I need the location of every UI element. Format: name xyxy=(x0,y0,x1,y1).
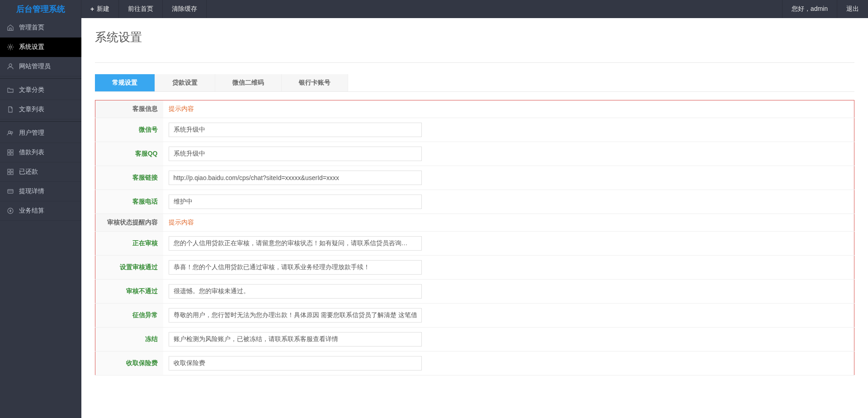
logout-button[interactable]: 退出 xyxy=(837,0,868,18)
form-row: 审核不通过 xyxy=(95,280,854,304)
qq-label: 客服QQ xyxy=(95,142,163,166)
divider xyxy=(95,62,854,63)
svg-rect-11 xyxy=(11,172,13,175)
sidebar-item-withdraw[interactable]: 提现详情 xyxy=(0,182,81,201)
wechat-label: 微信号 xyxy=(95,118,163,142)
insurance-input[interactable] xyxy=(169,356,422,370)
top-right: 您好，admin 退出 xyxy=(782,0,868,18)
money-icon xyxy=(6,207,14,215)
form-row: 冻结 xyxy=(95,328,854,352)
form-row: 客服链接 xyxy=(95,166,854,190)
card-icon xyxy=(6,187,14,195)
divider xyxy=(0,121,81,122)
form-row: 客服QQ xyxy=(95,142,854,166)
tab-loan[interactable]: 贷款设置 xyxy=(155,74,215,91)
user-icon xyxy=(6,62,14,71)
svg-point-0 xyxy=(9,46,12,48)
frozen-input[interactable] xyxy=(169,332,422,347)
phone-input[interactable] xyxy=(169,195,422,209)
svg-rect-10 xyxy=(8,172,10,175)
tab-bank[interactable]: 银行卡账号 xyxy=(282,74,348,91)
page-title: 系统设置 xyxy=(95,29,854,53)
svg-rect-9 xyxy=(11,169,13,171)
section-label: 审核状态提醒内容 xyxy=(95,214,163,232)
logo: 后台管理系统 xyxy=(0,0,81,18)
reviewing-input[interactable] xyxy=(169,236,422,251)
section-row: 客服信息 提示内容 xyxy=(95,100,854,118)
svg-point-2 xyxy=(9,131,11,133)
sidebar-item-dashboard[interactable]: 管理首页 xyxy=(0,18,81,38)
sidebar-item-label: 业务结算 xyxy=(19,207,44,215)
sidebar-item-user-management[interactable]: 用户管理 xyxy=(0,124,81,143)
form-row: 客服电话 xyxy=(95,190,854,214)
top-header: 后台管理系统 + 新建 前往首页 清除缓存 您好，admin 退出 xyxy=(0,0,868,18)
top-menu: + 新建 前往首页 清除缓存 xyxy=(81,0,782,18)
divider xyxy=(0,78,81,79)
sidebar-item-admins[interactable]: 网站管理员 xyxy=(0,57,81,76)
new-label: 新建 xyxy=(97,5,109,13)
svg-rect-5 xyxy=(11,150,13,152)
form-row: 收取保险费 xyxy=(95,352,854,375)
users-icon xyxy=(6,129,14,137)
svg-rect-8 xyxy=(8,169,10,171)
link-input[interactable] xyxy=(169,171,422,185)
svg-rect-12 xyxy=(8,190,13,193)
svg-point-1 xyxy=(9,64,12,66)
sidebar-item-loan-list[interactable]: 借款列表 xyxy=(0,143,81,162)
form-row: 征信异常 xyxy=(95,304,854,328)
grid-icon xyxy=(6,168,14,176)
folder-icon xyxy=(6,86,14,94)
document-icon xyxy=(6,105,14,114)
section-label: 客服信息 xyxy=(95,100,163,118)
sidebar-item-label: 用户管理 xyxy=(19,129,44,137)
rejected-input[interactable] xyxy=(169,284,422,299)
welcome-text: 您好，admin xyxy=(782,0,837,18)
rejected-label: 审核不通过 xyxy=(95,280,163,304)
form-row: 设置审核通过 xyxy=(95,256,854,280)
sidebar-item-settings[interactable]: 系统设置 xyxy=(0,38,81,57)
form-row: 微信号 xyxy=(95,118,854,142)
sidebar-item-repaid[interactable]: 已还款 xyxy=(0,162,81,182)
goto-home-label: 前往首页 xyxy=(128,5,153,13)
sidebar-item-label: 系统设置 xyxy=(19,43,44,51)
sidebar-item-label: 借款列表 xyxy=(19,148,44,157)
clear-cache-label: 清除缓存 xyxy=(172,5,197,13)
form-row: 正在审核 xyxy=(95,232,854,256)
sidebar-item-article-category[interactable]: 文章分类 xyxy=(0,81,81,100)
reviewing-label: 正在审核 xyxy=(95,232,163,256)
frozen-label: 冻结 xyxy=(95,328,163,352)
sidebar-item-label: 文章分类 xyxy=(19,86,44,94)
svg-rect-6 xyxy=(8,153,10,155)
approved-input[interactable] xyxy=(169,260,422,275)
tab-wechat-qr[interactable]: 微信二维码 xyxy=(215,74,282,91)
wechat-input[interactable] xyxy=(169,123,422,137)
svg-rect-7 xyxy=(11,153,13,155)
clear-cache-button[interactable]: 清除缓存 xyxy=(163,0,207,18)
credit-input[interactable] xyxy=(169,308,422,323)
phone-label: 客服电话 xyxy=(95,190,163,214)
insurance-label: 收取保险费 xyxy=(95,352,163,375)
tab-general[interactable]: 常规设置 xyxy=(95,74,155,91)
svg-rect-4 xyxy=(8,150,10,152)
credit-label: 征信异常 xyxy=(95,304,163,328)
new-button[interactable]: + 新建 xyxy=(81,0,119,18)
plus-icon: + xyxy=(90,5,94,13)
sidebar-item-article-list[interactable]: 文章列表 xyxy=(0,100,81,119)
goto-home-button[interactable]: 前往首页 xyxy=(119,0,163,18)
svg-point-3 xyxy=(11,132,13,133)
sidebar: 管理首页 系统设置 网站管理员 文章分类 文章列表 用户管理 借 xyxy=(0,18,81,387)
home-icon xyxy=(6,24,14,32)
sidebar-item-label: 网站管理员 xyxy=(19,62,51,71)
grid-icon xyxy=(6,148,14,157)
section-hint: 提示内容 xyxy=(163,214,854,232)
sidebar-item-settlement[interactable]: 业务结算 xyxy=(0,201,81,221)
sidebar-item-label: 管理首页 xyxy=(19,24,44,32)
section-row: 审核状态提醒内容 提示内容 xyxy=(95,214,854,232)
qq-input[interactable] xyxy=(169,147,422,161)
sidebar-item-label: 文章列表 xyxy=(19,105,44,114)
form-table: 客服信息 提示内容 微信号 客服QQ 客服链接 客服电话 审核状态提醒内容 提示… xyxy=(95,100,854,375)
gear-icon xyxy=(6,43,14,51)
main-content: 系统设置 常规设置 贷款设置 微信二维码 银行卡账号 客服信息 提示内容 微信号… xyxy=(81,18,868,387)
section-hint: 提示内容 xyxy=(163,100,854,118)
tabs: 常规设置 贷款设置 微信二维码 银行卡账号 xyxy=(95,74,854,92)
